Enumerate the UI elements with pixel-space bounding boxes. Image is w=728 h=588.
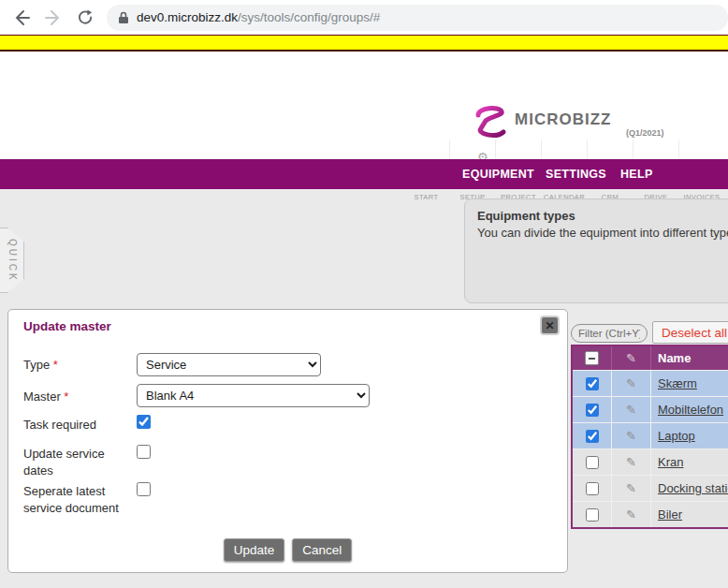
cancel-button[interactable]: Cancel [292, 538, 352, 562]
separate-latest-label: Seperate latest service document [23, 483, 128, 516]
table-row: ✎ Docking station [573, 475, 728, 501]
site-header: MICROBIZZ (Q1/2021) START ⚙⚙ SETUP PROJE… [0, 51, 728, 159]
task-required-label: Task required [23, 417, 128, 434]
update-master-dialog: Update master ✕ Type * Service Master * … [7, 309, 568, 573]
equipment-type-link[interactable]: Kran [658, 455, 683, 469]
deselect-all-button[interactable]: Deselect all [652, 321, 728, 344]
separate-latest-checkbox[interactable] [137, 482, 151, 496]
equipment-table-header: ✎ Name [573, 346, 728, 370]
table-row: ✎ Skærm [573, 370, 728, 396]
quick-tab[interactable]: QUICK [0, 228, 24, 293]
edit-pencil-icon[interactable]: ✎ [626, 507, 636, 522]
update-button[interactable]: Update [224, 538, 285, 562]
address-bar[interactable]: dev0.microbizz.dk/sys/tools/config/group… [107, 5, 728, 31]
select-all-checkbox[interactable] [585, 351, 599, 365]
master-select[interactable]: Blank A4 [137, 384, 370, 407]
edit-column-pencil-icon: ✎ [626, 351, 636, 365]
row-checkbox[interactable] [586, 456, 599, 469]
equipment-type-link[interactable]: Skærm [658, 376, 697, 390]
menu-help[interactable]: HELP [620, 168, 653, 181]
filter-input[interactable] [571, 324, 648, 343]
brand-name: MICROBIZZ [515, 110, 611, 129]
url-text: dev0.microbizz.dk/sys/tools/config/group… [137, 10, 380, 24]
table-row: ✎ Laptop [573, 422, 728, 448]
edit-pencil-icon[interactable]: ✎ [626, 403, 636, 417]
table-row: ✎ Biler [573, 501, 728, 527]
dialog-buttons: Update Cancel [8, 538, 567, 562]
dialog-title: Update master [23, 319, 111, 333]
infobox-title: Equipment types [477, 209, 728, 223]
menu-settings[interactable]: SETTINGS [546, 168, 606, 181]
url-domain: dev0.microbizz.dk [137, 10, 238, 24]
back-icon[interactable] [11, 7, 32, 28]
environment-highlight-bar [0, 35, 728, 51]
type-label: Type * [23, 357, 128, 374]
edit-pencil-icon[interactable]: ✎ [626, 429, 636, 443]
edit-pencil-icon[interactable]: ✎ [626, 455, 636, 469]
forward-icon[interactable] [43, 7, 64, 28]
equipment-table-body: ✎ Skærm ✎ Mobiltelefon ✎ Laptop ✎ Kran ✎… [573, 370, 728, 527]
reload-icon[interactable] [75, 7, 95, 28]
menu-equipment[interactable]: EQUIPMENT [462, 168, 534, 181]
browser-toolbar: dev0.microbizz.dk/sys/tools/config/group… [0, 0, 728, 35]
equipment-type-link[interactable]: Biler [658, 507, 682, 522]
required-marker: * [53, 358, 58, 372]
update-service-dates-checkbox[interactable] [137, 445, 151, 459]
edit-pencil-icon[interactable]: ✎ [626, 481, 636, 495]
row-checkbox[interactable] [586, 508, 599, 522]
lock-icon [118, 11, 129, 24]
row-checkbox[interactable] [586, 482, 599, 495]
name-column-header: Name [651, 346, 728, 370]
equipment-type-link[interactable]: Mobiltelefon [658, 403, 723, 417]
url-path: /sys/tools/config/groups/# [238, 10, 380, 24]
table-row: ✎ Mobiltelefon [573, 396, 728, 422]
microbizz-logo [471, 105, 510, 140]
row-checkbox[interactable] [586, 377, 599, 390]
equipment-type-link[interactable]: Docking station [658, 481, 728, 495]
row-checkbox[interactable] [586, 404, 599, 417]
quick-tab-label: QUICK [7, 239, 18, 283]
master-label: Master * [23, 389, 128, 405]
table-row: ✎ Kran [573, 448, 728, 475]
brand-version: (Q1/2021) [626, 128, 664, 138]
equipment-type-link[interactable]: Laptop [658, 429, 695, 443]
edit-pencil-icon[interactable]: ✎ [626, 376, 636, 390]
task-required-checkbox[interactable] [137, 415, 151, 429]
infobox-body: You can divide the equipment into differ… [477, 226, 728, 240]
type-select[interactable]: Service [137, 353, 321, 376]
equipment-table: ✎ Name ✎ Skærm ✎ Mobiltelefon ✎ Laptop ✎… [571, 345, 728, 529]
equipment-types-infobox: Equipment types You can divide the equip… [464, 198, 728, 303]
close-icon[interactable]: ✕ [540, 316, 560, 335]
update-service-dates-label: Update service dates [23, 446, 128, 478]
row-checkbox[interactable] [586, 430, 599, 443]
module-menubar: EQUIPMENT SETTINGS HELP [0, 159, 728, 189]
